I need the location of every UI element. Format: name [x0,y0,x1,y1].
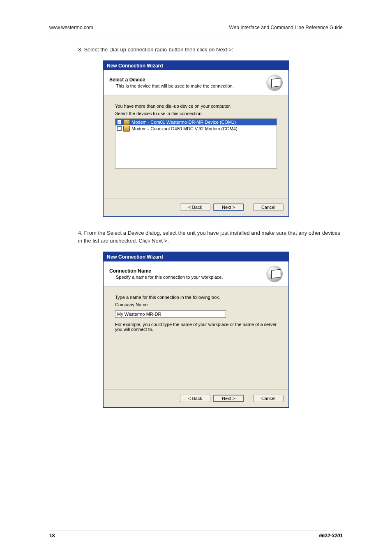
wizard-titlebar: New Connection Wizard [104,252,288,261]
wizard-icon [266,74,283,91]
wizard-body: Type a name for this connection in the f… [104,287,288,389]
wizard-footer: < Back Next > Cancel [104,389,288,407]
wizard-header: Connection Name Specify a name for this … [104,261,288,287]
modem-icon [123,126,130,132]
page-footer: 18 6622-3201 [49,530,343,539]
body-line-2: Select the devices to use in this connec… [115,111,277,116]
checkbox-icon[interactable]: ✓ [117,120,122,124]
company-name-input[interactable] [115,310,226,318]
device-label: Modem - Conexant D480 MDC V.92 Modem (CO… [131,126,238,131]
cancel-button[interactable]: Cancel [253,204,284,211]
modem-icon [123,119,130,125]
wizard-connection-name: New Connection Wizard Connection Name Sp… [103,252,289,408]
step-4-text: 4. From the Select a Device dialog, sele… [78,229,343,245]
next-button[interactable]: Next > [213,204,244,211]
header-doc-title: Web Interface and Command Line Reference… [229,25,343,30]
wizard-header: Select a Device This is the device that … [104,70,288,95]
panel-title: Select a Device [109,77,234,83]
device-row[interactable]: ✓ Modem - Com01 Westermo-DR-MR Device (C… [115,119,277,125]
wizard-footer: < Back Next > Cancel [104,198,288,216]
device-label: Modem - Com01 Westermo-DR-MR Device (COM… [131,120,236,125]
header-url: www.westermo.com [49,25,93,30]
panel-title: Connection Name [109,268,223,274]
wizard-body: You have more than one dial-up device on… [104,95,288,198]
panel-subtitle: This is the device that will be used to … [116,83,234,88]
panel-subtitle: Specify a name for this connection to yo… [116,275,223,280]
device-list[interactable]: ✓ Modem - Com01 Westermo-DR-MR Device (C… [115,118,277,169]
example-text: For example, you could type the name of … [115,322,277,332]
device-row[interactable]: Modem - Conexant D480 MDC V.92 Modem (CO… [115,125,277,132]
checkbox-icon[interactable] [117,126,122,131]
step-3-text: 3. Select the Dial-up connection radio-b… [78,46,343,54]
cancel-button[interactable]: Cancel [253,395,284,402]
wizard-select-device: New Connection Wizard Select a Device Th… [103,60,289,217]
doc-reference: 6622-3201 [319,533,343,539]
back-button[interactable]: < Back [180,395,210,402]
next-button[interactable]: Next > [213,395,244,402]
wizard-icon [266,266,283,282]
page-header: www.westermo.com Web Interface and Comma… [49,25,343,33]
page-number: 18 [49,533,55,539]
back-button[interactable]: < Back [180,204,210,211]
company-name-label: Company Name [115,302,277,307]
wizard-titlebar: New Connection Wizard [104,61,288,70]
body-line-1: Type a name for this connection in the f… [115,295,277,300]
body-line-1: You have more than one dial-up device on… [115,104,277,109]
